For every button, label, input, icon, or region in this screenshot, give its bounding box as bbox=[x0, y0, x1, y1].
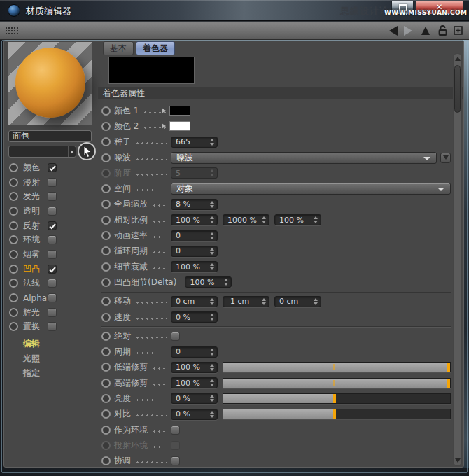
channel-label[interactable]: 环境 bbox=[23, 234, 48, 246]
channel-circle-icon[interactable] bbox=[9, 235, 18, 244]
number-spinner[interactable]: -1 cm bbox=[223, 296, 270, 307]
preview-type-select[interactable] bbox=[8, 146, 76, 158]
number-spinner[interactable]: 100 % bbox=[185, 276, 232, 288]
sidebar-page-item[interactable]: 指定 bbox=[4, 366, 97, 381]
channel-checkbox[interactable] bbox=[48, 235, 57, 244]
spinner-arrows-icon[interactable] bbox=[210, 139, 214, 146]
spinner-arrows-icon[interactable] bbox=[210, 248, 214, 255]
channel-circle-icon[interactable] bbox=[9, 192, 18, 201]
expand-arrow-icon[interactable] bbox=[162, 123, 166, 129]
material-name-input[interactable]: 面包 bbox=[8, 130, 92, 142]
channel-checkbox[interactable] bbox=[48, 293, 57, 302]
scrollbar-down-icon[interactable] bbox=[455, 458, 461, 463]
option-circle-icon[interactable] bbox=[102, 394, 111, 403]
spinner-arrows-icon[interactable] bbox=[210, 216, 214, 223]
spinner-arrows-icon[interactable] bbox=[224, 279, 228, 286]
number-spinner[interactable]: 100 % bbox=[171, 377, 218, 388]
number-spinner[interactable]: 0 % bbox=[171, 393, 218, 404]
number-spinner[interactable]: 100 % bbox=[171, 362, 218, 373]
channel-label[interactable]: 辉光 bbox=[23, 307, 48, 318]
option-circle-icon[interactable] bbox=[102, 313, 111, 322]
spinner-arrows-icon[interactable] bbox=[262, 216, 266, 223]
noise-preview-button[interactable] bbox=[440, 153, 451, 163]
number-spinner[interactable]: 100 % bbox=[274, 214, 321, 225]
number-spinner[interactable]: 0 % bbox=[171, 409, 218, 420]
channel-label[interactable]: 漫射 bbox=[23, 176, 48, 188]
channel-label[interactable]: Alpha bbox=[23, 293, 48, 303]
number-spinner[interactable]: 8 % bbox=[171, 199, 218, 210]
slider-track[interactable] bbox=[223, 393, 451, 404]
channel-circle-icon[interactable] bbox=[9, 163, 18, 172]
sidebar-page-item[interactable]: 光照 bbox=[4, 351, 97, 366]
option-circle-icon[interactable] bbox=[102, 169, 111, 178]
spinner-arrows-icon[interactable] bbox=[210, 314, 214, 321]
checkbox[interactable] bbox=[171, 441, 180, 450]
tab-shader[interactable]: 着色器 bbox=[136, 41, 175, 55]
material-preview[interactable] bbox=[8, 42, 92, 125]
channel-checkbox[interactable] bbox=[48, 206, 57, 216]
option-circle-icon[interactable] bbox=[102, 278, 111, 287]
option-circle-icon[interactable] bbox=[102, 347, 111, 356]
number-spinner[interactable]: 0 bbox=[171, 246, 218, 257]
number-spinner[interactable]: 100 % bbox=[171, 261, 218, 272]
channel-checkbox[interactable] bbox=[48, 221, 57, 230]
option-circle-icon[interactable] bbox=[102, 379, 111, 388]
channel-checkbox[interactable] bbox=[48, 178, 57, 187]
add-box-icon[interactable] bbox=[454, 26, 463, 35]
slider-handle[interactable] bbox=[333, 394, 336, 403]
option-circle-icon[interactable] bbox=[102, 153, 111, 162]
back-arrow-icon[interactable] bbox=[389, 26, 398, 36]
number-spinner[interactable]: 1000 % bbox=[223, 214, 270, 225]
slider-track[interactable] bbox=[223, 409, 451, 419]
channel-checkbox[interactable] bbox=[48, 265, 57, 274]
option-circle-icon[interactable] bbox=[102, 231, 111, 240]
spinner-arrows-icon[interactable] bbox=[314, 216, 318, 223]
spinner-arrows-icon[interactable] bbox=[210, 298, 214, 305]
option-circle-icon[interactable] bbox=[102, 410, 111, 419]
sidebar-page-item[interactable]: 编辑 bbox=[4, 337, 97, 351]
forward-arrow-icon[interactable] bbox=[404, 26, 412, 36]
channel-label[interactable]: 烟雾 bbox=[23, 248, 48, 260]
channel-checkbox[interactable] bbox=[48, 279, 57, 288]
number-spinner[interactable]: 0 bbox=[171, 346, 218, 358]
number-spinner[interactable]: 0 cm bbox=[274, 296, 321, 307]
vertical-scrollbar[interactable] bbox=[453, 53, 462, 466]
dropdown-select[interactable]: 噪波 bbox=[171, 152, 437, 164]
spinner-arrows-icon[interactable] bbox=[210, 232, 214, 239]
channel-circle-icon[interactable] bbox=[9, 250, 18, 259]
spinner-arrows-icon[interactable] bbox=[210, 201, 214, 208]
scrollbar-thumb[interactable] bbox=[454, 65, 461, 113]
channel-checkbox[interactable] bbox=[48, 163, 57, 172]
channel-circle-icon[interactable] bbox=[9, 308, 18, 317]
channel-checkbox[interactable] bbox=[48, 308, 57, 317]
slider-handle[interactable] bbox=[333, 410, 336, 419]
shader-preview-swatch[interactable] bbox=[108, 57, 195, 84]
checkbox[interactable] bbox=[171, 456, 180, 465]
number-spinner[interactable]: 0 cm bbox=[171, 296, 218, 307]
dropdown-select[interactable]: 对象 bbox=[171, 183, 451, 195]
expand-arrow-icon[interactable] bbox=[162, 108, 166, 113]
option-circle-icon[interactable] bbox=[102, 184, 111, 193]
channel-label[interactable]: 置换 bbox=[23, 321, 48, 332]
channel-label[interactable]: 发光 bbox=[23, 190, 48, 202]
channel-circle-icon[interactable] bbox=[9, 293, 18, 302]
channel-circle-icon[interactable] bbox=[9, 322, 18, 331]
option-circle-icon[interactable] bbox=[102, 246, 111, 255]
option-circle-icon[interactable] bbox=[102, 137, 111, 146]
option-circle-icon[interactable] bbox=[102, 262, 111, 272]
spinner-arrows-icon[interactable] bbox=[210, 411, 214, 418]
channel-label[interactable]: 颜色 bbox=[23, 162, 48, 174]
option-circle-icon[interactable] bbox=[102, 441, 111, 450]
spinner-arrows-icon[interactable] bbox=[210, 263, 214, 270]
spinner-arrows-icon[interactable] bbox=[314, 298, 318, 305]
spinner-arrows-icon[interactable] bbox=[210, 395, 214, 402]
option-circle-icon[interactable] bbox=[102, 216, 111, 225]
spinner-arrows-icon[interactable] bbox=[210, 169, 214, 176]
option-circle-icon[interactable] bbox=[102, 456, 111, 465]
number-spinner[interactable]: 0 % bbox=[171, 312, 218, 323]
channel-checkbox[interactable] bbox=[48, 322, 57, 331]
option-circle-icon[interactable] bbox=[102, 363, 111, 372]
pick-material-button[interactable] bbox=[78, 142, 96, 160]
color-swatch[interactable] bbox=[169, 106, 190, 115]
option-circle-icon[interactable] bbox=[102, 106, 111, 115]
